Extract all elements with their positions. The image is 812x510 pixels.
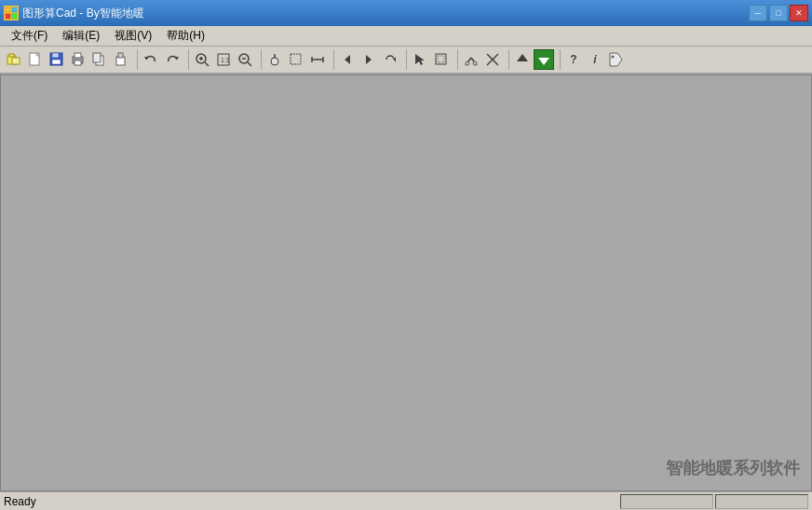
svg-rect-6 (12, 58, 20, 64)
svg-point-43 (466, 61, 469, 65)
svg-line-22 (205, 62, 209, 66)
menu-help[interactable]: 帮助(H) (159, 26, 212, 46)
sep-6 (454, 49, 458, 70)
cut2-button[interactable] (482, 49, 503, 70)
paste-button[interactable] (111, 49, 131, 70)
svg-text:1:1: 1:1 (221, 57, 230, 63)
redo-button[interactable] (162, 49, 183, 70)
svg-line-28 (248, 62, 251, 66)
select-button[interactable] (286, 49, 306, 70)
pan-button[interactable] (264, 49, 285, 70)
svg-rect-31 (291, 54, 301, 64)
svg-rect-40 (438, 56, 444, 62)
svg-marker-35 (345, 55, 350, 64)
svg-rect-14 (74, 60, 81, 65)
tag-button[interactable] (606, 49, 627, 70)
zoom-fit-button[interactable]: 1:1 (213, 49, 234, 70)
canvas-area[interactable]: 智能地暖系列软件 (0, 74, 812, 491)
sep-1 (134, 49, 138, 70)
cut1-button[interactable] (461, 49, 481, 70)
sep-2 (185, 49, 189, 70)
measure-button[interactable] (307, 49, 328, 70)
zoom-out-button[interactable] (235, 49, 255, 70)
nav-right-button[interactable] (359, 49, 379, 70)
svg-marker-36 (366, 55, 372, 64)
svg-rect-5 (9, 54, 14, 57)
help-button[interactable]: ? (563, 49, 584, 70)
svg-marker-38 (415, 54, 425, 65)
sep-4 (331, 49, 334, 70)
sep-3 (258, 49, 262, 70)
title-bar: 图形算Cad - By智能地暖 ─ □ ✕ (0, 0, 812, 26)
menu-file[interactable]: 文件(F) (4, 26, 55, 46)
status-cell-2 (715, 494, 808, 509)
menu-bar: 文件(F) 编辑(E) 视图(V) 帮助(H) (0, 26, 812, 47)
save-button[interactable] (47, 49, 67, 70)
svg-rect-11 (52, 60, 61, 64)
svg-marker-48 (538, 58, 549, 65)
svg-rect-18 (118, 53, 123, 58)
undo-button[interactable] (141, 49, 161, 70)
print-button[interactable] (68, 49, 88, 70)
rotate-button[interactable] (380, 49, 400, 70)
info-button[interactable]: i (585, 49, 605, 70)
status-text: Ready (4, 495, 620, 508)
sep-8 (557, 49, 561, 70)
copy-button[interactable] (89, 49, 110, 70)
sep-5 (403, 49, 407, 70)
move-up-button[interactable] (512, 49, 533, 70)
svg-rect-3 (12, 14, 17, 19)
svg-rect-0 (6, 7, 10, 12)
new-button[interactable] (25, 49, 46, 70)
maximize-button[interactable]: □ (769, 5, 788, 21)
svg-rect-1 (12, 7, 17, 12)
svg-point-44 (473, 61, 477, 65)
close-button[interactable]: ✕ (790, 5, 808, 21)
app-icon (4, 6, 19, 20)
toolbar: 1:1 (0, 47, 812, 74)
open-button[interactable] (4, 49, 24, 70)
nav-left-button[interactable] (337, 49, 358, 70)
svg-rect-13 (74, 53, 81, 58)
window-controls: ─ □ ✕ (749, 5, 808, 21)
pointer-button[interactable] (410, 49, 430, 70)
menu-view[interactable]: 视图(V) (107, 26, 159, 46)
svg-rect-2 (6, 14, 10, 19)
watermark-text: 智能地暖系列软件 (666, 457, 800, 479)
window-title: 图形算Cad - By智能地暖 (22, 6, 144, 21)
svg-rect-16 (93, 53, 101, 62)
minimize-button[interactable]: ─ (749, 5, 767, 21)
move-down-button[interactable] (534, 49, 554, 70)
svg-marker-37 (394, 57, 396, 62)
svg-point-50 (612, 56, 615, 59)
zoom-in-button[interactable] (192, 49, 212, 70)
svg-marker-47 (517, 54, 528, 61)
sep-7 (506, 49, 509, 70)
box-select-button[interactable] (431, 49, 452, 70)
svg-point-30 (271, 58, 278, 65)
status-cell-1 (620, 494, 713, 509)
svg-marker-49 (610, 53, 622, 66)
status-bar: Ready (0, 491, 812, 510)
menu-edit[interactable]: 编辑(E) (55, 26, 107, 46)
svg-rect-10 (52, 53, 59, 58)
